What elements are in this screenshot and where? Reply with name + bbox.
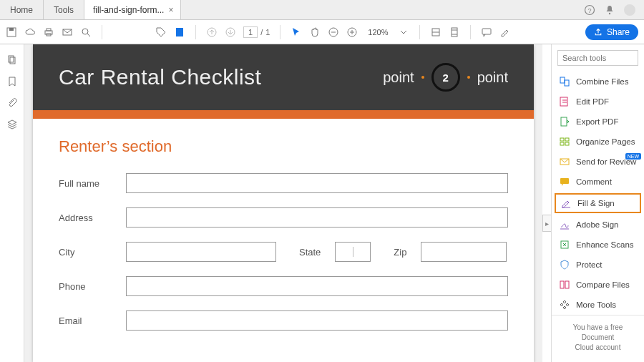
svg-rect-25 [565, 80, 569, 86]
search-icon[interactable] [80, 26, 92, 38]
bell-icon[interactable] [604, 4, 615, 16]
label-city: City [59, 247, 113, 258]
layers-icon[interactable] [6, 119, 18, 130]
tool-combine[interactable]: Combine Files [552, 72, 644, 92]
section-title: Renter’s section [59, 137, 508, 156]
save-icon[interactable] [6, 26, 17, 38]
cloud-icon[interactable] [24, 26, 36, 38]
tool-protect[interactable]: Protect [552, 255, 644, 275]
mail-icon[interactable] [62, 26, 73, 38]
svg-rect-23 [10, 57, 15, 64]
tool-edit[interactable]: Edit PDF [552, 92, 644, 112]
svg-rect-36 [565, 281, 569, 288]
bookmark-icon[interactable] [6, 76, 18, 87]
tab-file-label: fill-and-sign-form... [93, 5, 164, 15]
zoom-out-icon[interactable] [328, 26, 339, 38]
send-icon [559, 156, 570, 167]
svg-rect-28 [560, 138, 564, 141]
tool-label: Compare Files [576, 280, 630, 289]
adobesign-icon [559, 219, 570, 230]
page-indicator[interactable]: 1 / 1 [243, 26, 270, 38]
organize-icon [559, 136, 570, 147]
page-icon[interactable] [174, 26, 185, 38]
tool-fillsign[interactable]: Fill & Sign [555, 193, 641, 213]
panel-collapse-icon[interactable]: ▸ [542, 215, 551, 232]
page-current[interactable]: 1 [243, 26, 258, 38]
field-phone[interactable] [126, 276, 508, 296]
fit-page-icon[interactable] [449, 26, 460, 38]
tool-adobesign[interactable]: Adobe Sign [552, 215, 644, 235]
tag-icon[interactable] [155, 26, 167, 38]
label-email: Email [59, 315, 113, 326]
field-email[interactable] [126, 310, 508, 331]
attachment-icon[interactable] [6, 97, 18, 109]
tab-file[interactable]: fill-and-sign-form... × [84, 0, 181, 19]
tool-enhance[interactable]: Enhance Scans [552, 235, 644, 255]
tool-label: More Tools [576, 300, 616, 309]
tool-export[interactable]: Export PDF [552, 112, 644, 132]
svg-rect-22 [9, 56, 14, 62]
tool-label: Adobe Sign [576, 220, 618, 229]
tab-home[interactable]: Home [0, 0, 44, 19]
avatar[interactable] [624, 4, 635, 16]
svg-rect-33 [560, 178, 569, 184]
tool-label: Edit PDF [576, 97, 609, 106]
arrow-up-icon[interactable] [206, 26, 218, 38]
svg-rect-35 [560, 281, 564, 288]
document-viewport[interactable]: Car Rental Checklist point 2 point Rente… [24, 44, 542, 362]
close-icon[interactable]: × [168, 5, 173, 15]
chevron-down-icon[interactable] [398, 26, 409, 38]
field-city[interactable] [126, 242, 276, 262]
thumbnails-icon[interactable] [6, 54, 18, 66]
page-total: 1 [265, 28, 270, 36]
brand-orb: 2 [431, 63, 460, 92]
new-badge: NEW [625, 153, 641, 160]
fit-width-icon[interactable] [430, 26, 441, 38]
footer-line2: Cloud account [557, 343, 638, 353]
tab-tools[interactable]: Tools [44, 0, 84, 19]
hand-icon[interactable] [309, 26, 321, 38]
svg-rect-29 [565, 138, 569, 141]
zoom-value[interactable]: 120% [365, 27, 391, 37]
tool-comment[interactable]: Comment [552, 172, 644, 192]
field-zip[interactable] [421, 242, 507, 262]
svg-rect-21 [482, 29, 491, 34]
label-state: State [289, 247, 322, 258]
tool-organize[interactable]: Organize Pages [552, 132, 644, 152]
tool-label: Export PDF [576, 117, 618, 126]
print-icon[interactable] [43, 26, 54, 38]
tool-compare[interactable]: Compare Files [552, 275, 644, 295]
brand-dot-right [467, 76, 470, 79]
annotate-icon[interactable] [481, 26, 492, 38]
zoom-in-icon[interactable] [346, 26, 358, 38]
field-fullname[interactable] [126, 173, 508, 193]
export-icon [559, 116, 570, 127]
search-tools-input[interactable] [557, 50, 638, 66]
svg-rect-26 [560, 97, 567, 106]
label-address: Address [59, 212, 113, 223]
arrow-down-icon[interactable] [225, 26, 236, 38]
accent-bar [33, 110, 534, 119]
tool-send[interactable]: Send for ReviewNEW [552, 152, 644, 172]
field-address[interactable] [126, 207, 508, 228]
compare-icon [559, 279, 570, 290]
share-button[interactable]: Share [585, 24, 638, 40]
tool-label: Enhance Scans [576, 240, 634, 249]
pointer-icon[interactable] [291, 26, 302, 38]
tool-label: Organize Pages [576, 137, 635, 146]
right-panel: Combine FilesEdit PDFExport PDFOrganize … [551, 44, 644, 362]
enhance-icon [559, 239, 570, 250]
brand-dot-left [421, 76, 424, 79]
fillsign-icon [560, 197, 572, 209]
share-label: Share [607, 27, 630, 37]
label-zip: Zip [384, 247, 408, 258]
svg-line-10 [87, 34, 90, 36]
sign-icon[interactable] [499, 26, 511, 38]
brand-right: point [477, 69, 508, 86]
more-icon [559, 299, 570, 310]
tool-more[interactable]: More Tools [552, 295, 644, 315]
page-title: Car Rental Checklist [59, 65, 261, 89]
tool-label: Protect [576, 260, 602, 269]
help-icon[interactable]: ? [584, 4, 595, 16]
field-state[interactable] [335, 242, 371, 262]
